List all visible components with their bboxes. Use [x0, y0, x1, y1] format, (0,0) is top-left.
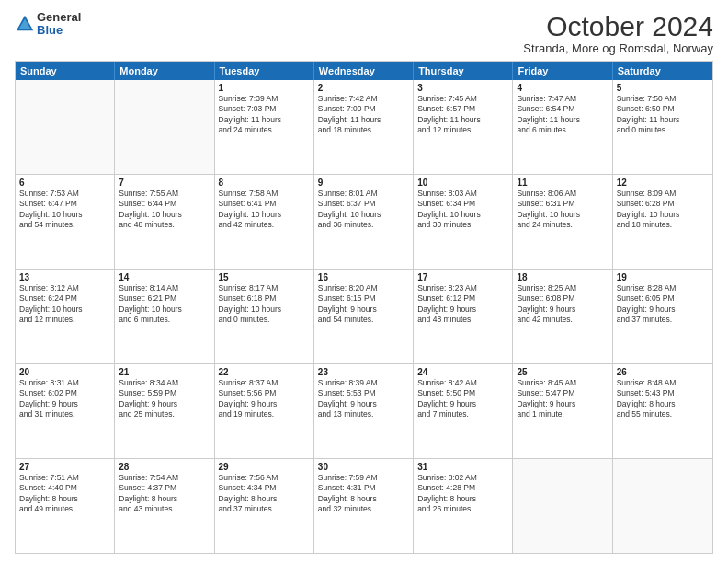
cal-week-3: 13Sunrise: 8:12 AMSunset: 6:24 PMDayligh… [16, 270, 712, 364]
cell-line: Sunrise: 7:59 AM [318, 473, 409, 483]
cell-line: Daylight: 9 hours [318, 399, 409, 409]
day-number: 1 [219, 83, 310, 93]
cell-line: Sunset: 5:47 PM [517, 388, 608, 398]
cell-line: Sunrise: 8:48 AM [617, 378, 709, 388]
cell-line: Daylight: 9 hours [617, 304, 709, 315]
day-number: 4 [517, 83, 608, 93]
cal-cell-w1-d5: 3Sunrise: 7:45 AMSunset: 6:57 PMDaylight… [414, 80, 513, 174]
cal-cell-w2-d7: 12Sunrise: 8:09 AMSunset: 6:28 PMDayligh… [613, 175, 712, 269]
main-title: October 2024 [523, 11, 713, 41]
page: General Blue October 2024 Stranda, More … [0, 0, 728, 563]
cell-line: Daylight: 10 hours [617, 210, 709, 220]
cell-line: and 37 minutes. [617, 315, 709, 325]
day-number: 21 [119, 367, 210, 377]
cell-line: Daylight: 11 hours [517, 115, 608, 125]
cal-header-sunday: Sunday [16, 62, 115, 80]
day-number: 18 [517, 272, 608, 282]
cell-line: and 54 minutes. [318, 315, 409, 325]
cell-line: Sunset: 6:41 PM [219, 199, 310, 209]
cal-cell-w4-d1: 20Sunrise: 8:31 AMSunset: 6:02 PMDayligh… [16, 364, 115, 458]
cell-line: and 26 minutes. [417, 504, 508, 514]
cell-line: and 42 minutes. [219, 220, 310, 230]
cell-line: Sunrise: 8:06 AM [517, 189, 608, 199]
cal-cell-w4-d7: 26Sunrise: 8:48 AMSunset: 5:43 PMDayligh… [613, 364, 712, 458]
cell-line: Daylight: 8 hours [617, 399, 709, 409]
cal-cell-w5-d5: 31Sunrise: 8:02 AMSunset: 4:28 PMDayligh… [414, 459, 513, 553]
cell-line: Daylight: 10 hours [318, 210, 409, 220]
cell-line: and 48 minutes. [417, 315, 508, 325]
cell-line: Daylight: 10 hours [219, 304, 310, 315]
cell-line: Sunrise: 7:42 AM [318, 94, 409, 104]
cell-line: Daylight: 9 hours [517, 304, 608, 315]
cell-line: Sunrise: 8:34 AM [119, 378, 210, 388]
cal-week-2: 6Sunrise: 7:53 AMSunset: 6:47 PMDaylight… [16, 175, 712, 270]
cell-line: Sunrise: 7:50 AM [617, 94, 709, 104]
cell-line: Sunrise: 8:23 AM [417, 283, 508, 293]
cal-cell-w5-d4: 30Sunrise: 7:59 AMSunset: 4:31 PMDayligh… [314, 459, 414, 553]
cell-line: and 1 minute. [517, 409, 608, 419]
header: General Blue October 2024 Stranda, More … [15, 11, 713, 55]
cal-cell-w1-d4: 2Sunrise: 7:42 AMSunset: 7:00 PMDaylight… [314, 80, 414, 174]
cell-line: Sunset: 4:40 PM [19, 483, 110, 493]
cell-line: Daylight: 11 hours [617, 115, 709, 125]
cal-header-thursday: Thursday [414, 62, 513, 80]
day-number: 30 [318, 462, 409, 472]
cell-line: Sunset: 6:18 PM [219, 293, 310, 304]
cell-line: Sunset: 5:50 PM [417, 388, 508, 398]
cell-line: Sunset: 6:15 PM [318, 293, 409, 304]
cal-cell-w5-d2: 28Sunrise: 7:54 AMSunset: 4:37 PMDayligh… [115, 459, 214, 553]
cell-line: Daylight: 8 hours [318, 494, 409, 504]
cell-line: and 42 minutes. [517, 315, 608, 325]
cell-line: Sunrise: 7:53 AM [19, 189, 110, 199]
cell-line: Sunset: 4:28 PM [417, 483, 508, 493]
cell-line: Sunrise: 8:42 AM [417, 378, 508, 388]
day-number: 31 [417, 462, 508, 472]
day-number: 23 [318, 367, 409, 377]
cell-line: Sunset: 4:37 PM [119, 483, 210, 493]
cell-line: Daylight: 9 hours [19, 399, 110, 409]
cell-line: Sunset: 6:47 PM [19, 199, 110, 209]
cal-cell-w2-d3: 8Sunrise: 7:58 AMSunset: 6:41 PMDaylight… [215, 175, 314, 269]
day-number: 24 [417, 367, 508, 377]
cell-line: Sunrise: 7:39 AM [219, 94, 310, 104]
cell-line: Sunset: 6:31 PM [517, 199, 608, 209]
cell-line: Daylight: 8 hours [219, 494, 310, 504]
day-number: 19 [617, 272, 709, 282]
day-number: 26 [617, 367, 709, 377]
cell-line: Daylight: 8 hours [19, 494, 110, 504]
cell-line: and 25 minutes. [119, 409, 210, 419]
cell-line: and 12 minutes. [417, 125, 508, 135]
cal-cell-w5-d7 [613, 459, 712, 553]
cell-line: and 31 minutes. [19, 409, 110, 419]
logo-text: General Blue [37, 11, 81, 38]
cell-line: Sunset: 6:24 PM [19, 293, 110, 304]
day-number: 7 [119, 178, 210, 188]
cell-line: and 7 minutes. [417, 409, 508, 419]
cell-line: Daylight: 9 hours [417, 304, 508, 315]
cell-line: Sunrise: 8:20 AM [318, 283, 409, 293]
day-number: 17 [417, 272, 508, 282]
cal-cell-w3-d1: 13Sunrise: 8:12 AMSunset: 6:24 PMDayligh… [16, 270, 115, 363]
cell-line: and 55 minutes. [617, 409, 709, 419]
cell-line: Sunrise: 8:17 AM [219, 283, 310, 293]
logo-general: General [37, 11, 81, 24]
cell-line: Daylight: 10 hours [119, 304, 210, 315]
cal-cell-w5-d6 [513, 459, 612, 553]
cell-line: Daylight: 9 hours [219, 399, 310, 409]
day-number: 29 [219, 462, 310, 472]
cell-line: Sunrise: 8:12 AM [19, 283, 110, 293]
cal-cell-w3-d6: 18Sunrise: 8:25 AMSunset: 6:08 PMDayligh… [513, 270, 612, 363]
cell-line: Daylight: 10 hours [19, 304, 110, 315]
cal-cell-w3-d5: 17Sunrise: 8:23 AMSunset: 6:12 PMDayligh… [414, 270, 513, 363]
cell-line: and 18 minutes. [617, 220, 709, 230]
day-number: 20 [19, 367, 110, 377]
cell-line: Sunset: 5:59 PM [119, 388, 210, 398]
day-number: 15 [219, 272, 310, 282]
cell-line: Sunset: 6:08 PM [517, 293, 608, 304]
cell-line: Sunset: 6:50 PM [617, 104, 709, 114]
cell-line: Sunset: 4:31 PM [318, 483, 409, 493]
cal-cell-w2-d6: 11Sunrise: 8:06 AMSunset: 6:31 PMDayligh… [513, 175, 612, 269]
cell-line: Sunset: 6:28 PM [617, 199, 709, 209]
cal-cell-w2-d5: 10Sunrise: 8:03 AMSunset: 6:34 PMDayligh… [414, 175, 513, 269]
cal-cell-w1-d6: 4Sunrise: 7:47 AMSunset: 6:54 PMDaylight… [513, 80, 612, 174]
